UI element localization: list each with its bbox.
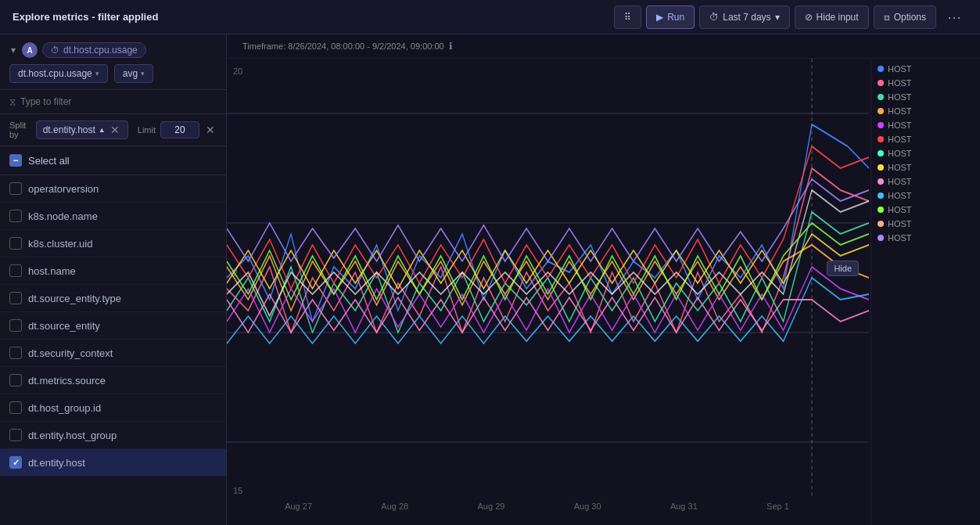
legend-item: HOST [871, 76, 980, 90]
chevron-up-icon: ▲ [99, 126, 106, 134]
legend-label: HOST [888, 78, 912, 88]
grid-icon-btn[interactable]: ⠿ [614, 5, 641, 29]
list-item[interactable]: dt.metrics.source [0, 367, 226, 394]
field-checkbox[interactable] [9, 292, 22, 304]
legend-dot [878, 164, 884, 171]
chart-header: Timeframe: 8/26/2024, 08:00:00 - 9/2/202… [227, 34, 980, 59]
legend-dot [878, 122, 884, 128]
filter-input[interactable] [20, 96, 217, 107]
list-item[interactable]: host.name [0, 257, 226, 285]
legend-label: HOST [888, 177, 912, 186]
eye-slash-icon: ⊘ [805, 12, 813, 23]
list-item[interactable]: dt.entity.host [0, 449, 226, 476]
field-checkbox[interactable] [9, 401, 22, 414]
legend-label: HOST [888, 135, 912, 144]
metric-row: ▾ A ⏱ dt.host.cpu.usage [9, 42, 217, 58]
legend-item: HOST [871, 118, 980, 132]
hide-series-button[interactable]: Hide [827, 261, 859, 276]
legend-item: HOST [871, 160, 980, 174]
x-label: Aug 30 [574, 502, 601, 511]
chevron-down-icon: ▾ [95, 70, 99, 77]
legend-dot [878, 136, 884, 142]
collapse-button[interactable]: ▾ [9, 43, 17, 57]
legend-item: HOST [871, 104, 980, 118]
legend-dot [878, 150, 884, 156]
panel-header: ▾ A ⏱ dt.host.cpu.usage dt.host.cpu.usag… [0, 34, 226, 90]
aggregation-dropdown[interactable]: avg ▾ [114, 64, 153, 83]
legend-label: HOST [888, 64, 912, 74]
legend-item: HOST [871, 132, 980, 146]
field-checkbox[interactable] [9, 319, 22, 332]
legend-item: HOST [871, 217, 980, 231]
field-label: dt.host_group.id [28, 402, 101, 414]
legend-label: HOST [888, 149, 912, 158]
list-item[interactable]: dt.host_group.id [0, 394, 226, 422]
legend-label: HOST [888, 191, 912, 200]
field-checkbox[interactable] [9, 237, 22, 250]
metric-icon: ⏱ [51, 45, 59, 55]
legend-item: HOST [871, 189, 980, 203]
sliders-icon: ⧈ [884, 12, 890, 23]
legend-item: HOST [871, 62, 980, 76]
metric-select-dropdown[interactable]: dt.host.cpu.usage ▾ [9, 64, 108, 83]
field-label: dt.metrics.source [28, 375, 106, 387]
legend-dot [878, 221, 884, 227]
list-item[interactable]: k8s.node.name [0, 203, 226, 230]
legend-item: HOST [871, 203, 980, 217]
field-checkbox[interactable] [9, 182, 22, 195]
field-label: operatorversion [28, 183, 99, 195]
play-icon: ▶ [656, 12, 663, 23]
clear-split-button[interactable]: ✕ [109, 124, 121, 136]
legend-item: HOST [871, 146, 980, 160]
info-icon: ℹ [449, 41, 453, 52]
list-item[interactable]: operatorversion [0, 175, 226, 203]
legend-label: HOST [888, 163, 912, 172]
field-checkbox[interactable] [9, 374, 22, 387]
hide-input-button[interactable]: ⊘ Hide input [795, 5, 869, 29]
field-checkbox[interactable] [9, 347, 22, 359]
chevron-down-icon: ▾ [775, 12, 780, 23]
left-panel: ▾ A ⏱ dt.host.cpu.usage dt.host.cpu.usag… [0, 34, 227, 525]
x-label: Aug 31 [670, 502, 698, 511]
legend-dot [878, 108, 884, 114]
x-label: Sep 1 [766, 502, 789, 511]
toolbar: ⠿ ▶ Run ⏱ Last 7 days ▾ ⊘ Hide input ⧈ O… [614, 5, 967, 30]
legend-dot [878, 207, 884, 213]
time-selector[interactable]: ⏱ Last 7 days ▾ [699, 5, 789, 29]
filter-bar: ⧖ [0, 90, 226, 114]
legend-panel: HOSTHOSTHOSTHOSTHOSTHOSTHOSTHOSTHOSTHOST… [871, 59, 980, 525]
legend-dot [878, 66, 884, 72]
limit-input[interactable] [160, 121, 199, 138]
options-button[interactable]: ⧈ Options [874, 5, 936, 29]
controls-row: dt.host.cpu.usage ▾ avg ▾ [9, 64, 217, 83]
avatar: A [22, 42, 38, 58]
legend-dot [878, 80, 884, 86]
clear-limit-button[interactable]: ✕ [204, 124, 217, 136]
list-item[interactable]: dt.source_entity [0, 312, 226, 340]
legend-label: HOST [888, 120, 912, 130]
field-checkbox[interactable] [9, 210, 22, 222]
legend-dot [878, 178, 884, 185]
field-list: operatorversionk8s.node.namek8s.cluster.… [0, 175, 226, 525]
split-by-row: Split by dt.entity.host ▲ ✕ Limit ✕ [0, 114, 226, 146]
legend-dot [878, 192, 884, 199]
list-item[interactable]: k8s.cluster.uid [0, 230, 226, 257]
list-item[interactable]: dt.entity.host_group [0, 422, 226, 449]
x-label: Aug 28 [381, 502, 408, 511]
select-all-checkbox[interactable] [9, 154, 22, 167]
field-label: dt.entity.host [28, 457, 85, 469]
legend-dot [878, 235, 884, 241]
metric-tag[interactable]: ⏱ dt.host.cpu.usage [42, 42, 146, 58]
field-checkbox[interactable] [9, 456, 22, 469]
list-item[interactable]: dt.source_entity.type [0, 285, 226, 312]
field-checkbox[interactable] [9, 429, 22, 441]
select-all-row[interactable]: Select all [0, 146, 226, 175]
list-item[interactable]: dt.security_context [0, 340, 226, 367]
legend-label: HOST [888, 106, 912, 116]
more-options-button[interactable]: ⋯ [941, 5, 967, 30]
run-button[interactable]: ▶ Run [646, 5, 695, 29]
field-label: dt.source_entity [28, 320, 100, 332]
top-bar: Explore metrics - filter applied ⠿ ▶ Run… [0, 0, 980, 34]
field-label: k8s.cluster.uid [28, 238, 92, 250]
field-checkbox[interactable] [9, 264, 22, 277]
